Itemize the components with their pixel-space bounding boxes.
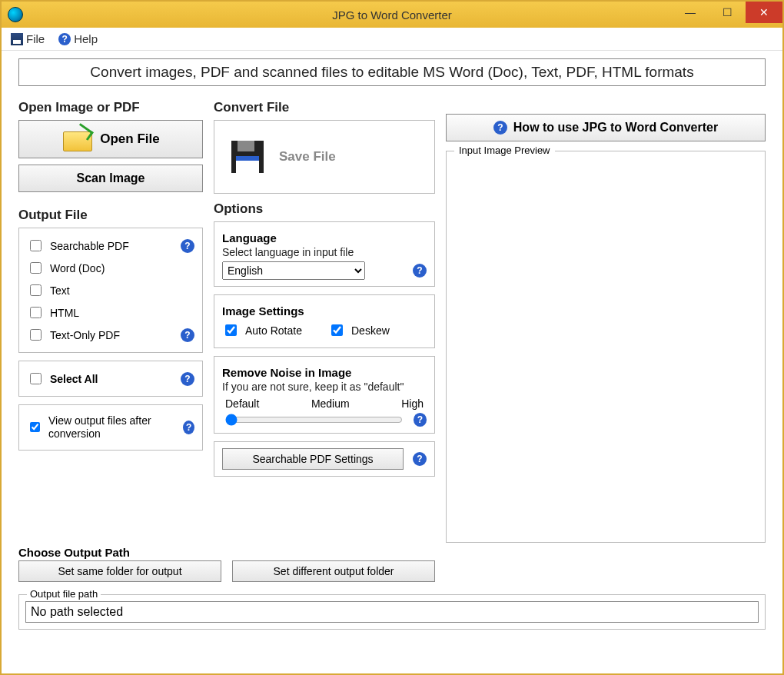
preview-panel: Input Image Preview (446, 151, 766, 543)
searchable-pdf-settings-button[interactable]: Searchable PDF Settings (222, 448, 404, 470)
language-title: Language (222, 231, 427, 244)
scan-image-label: Scan Image (77, 171, 145, 185)
pdfsettings-label: Searchable PDF Settings (252, 453, 373, 465)
open-file-label: Open File (100, 131, 159, 147)
noise-slider[interactable] (225, 414, 403, 426)
output-path-label: Output file path (27, 588, 101, 600)
menu-file[interactable]: File (11, 32, 45, 45)
folder-icon (61, 127, 92, 151)
preview-label: Input Image Preview (454, 145, 555, 156)
label-word: Word (Doc) (50, 262, 105, 274)
help-noise[interactable]: ? (414, 413, 427, 427)
output-section-title: Output File (18, 208, 203, 223)
save-file-label: Save File (279, 149, 336, 165)
open-section-title: Open Image or PDF (18, 100, 203, 115)
language-select[interactable]: English (222, 261, 365, 280)
maximize-button[interactable]: ☐ (709, 2, 746, 23)
menu-help-label: Help (74, 32, 98, 45)
help-icon: ? (493, 121, 507, 135)
same-folder-button[interactable]: Set same folder for output (18, 560, 221, 582)
menu-help[interactable]: ? Help (58, 32, 98, 45)
checkbox-view-after[interactable] (30, 421, 40, 433)
noise-hint: If you are not sure, keep it as "default… (222, 381, 427, 393)
help-select-all[interactable]: ? (181, 372, 194, 386)
label-searchable-pdf: Searchable PDF (50, 240, 129, 252)
help-searchable-pdf[interactable]: ? (181, 239, 194, 253)
open-file-button[interactable]: Open File (18, 120, 203, 158)
label-select-all: Select All (50, 373, 98, 385)
label-html: HTML (50, 307, 79, 319)
titlebar: JPG to Word Converter — ☐ ✕ (2, 2, 782, 28)
label-view-after: View output files after conversion (48, 414, 177, 441)
noise-high: High (401, 397, 424, 410)
language-hint: Select language in input file (222, 246, 427, 258)
checkbox-word[interactable] (30, 262, 42, 274)
help-icon: ? (58, 33, 71, 45)
howto-button[interactable]: ? How to use JPG to Word Converter (446, 114, 766, 141)
checkbox-textonly-pdf[interactable] (30, 329, 42, 341)
minimize-button[interactable]: — (672, 2, 709, 23)
output-path-panel: Output file path No path selected (18, 594, 766, 630)
options-title: Options (214, 201, 435, 217)
noise-title: Remove Noise in Image (222, 366, 427, 379)
checkbox-deskew[interactable] (331, 324, 343, 336)
window-title: JPG to Word Converter (2, 8, 782, 22)
checkbox-select-all[interactable] (30, 373, 42, 384)
diff-folder-label: Set different output folder (274, 565, 394, 577)
image-settings-title: Image Settings (222, 304, 427, 318)
help-language[interactable]: ? (413, 264, 427, 278)
help-textonly-pdf[interactable]: ? (181, 328, 194, 342)
output-path-value: No path selected (25, 601, 759, 623)
label-auto-rotate: Auto Rotate (245, 324, 302, 337)
noise-default: Default (225, 397, 259, 410)
howto-label: How to use JPG to Word Converter (513, 121, 718, 135)
close-button[interactable]: ✕ (746, 2, 782, 23)
banner-text: Convert images, PDF and scanned files to… (18, 58, 766, 86)
help-view-after[interactable]: ? (183, 421, 194, 434)
checkbox-searchable-pdf[interactable] (30, 240, 42, 251)
save-icon (11, 33, 23, 45)
checkbox-text[interactable] (30, 284, 42, 296)
checkbox-html[interactable] (30, 307, 42, 318)
menu-file-label: File (26, 32, 45, 45)
convert-section-title: Convert File (214, 100, 435, 115)
floppy-icon (231, 141, 264, 173)
help-pdfsettings[interactable]: ? (413, 452, 427, 466)
label-textonly-pdf: Text-Only PDF (50, 329, 120, 341)
noise-medium: Medium (311, 397, 350, 410)
label-text: Text (50, 284, 70, 297)
same-folder-label: Set same folder for output (58, 565, 181, 577)
menubar: File ? Help (2, 28, 782, 51)
diff-folder-button[interactable]: Set different output folder (232, 560, 435, 582)
checkbox-auto-rotate[interactable] (225, 324, 237, 336)
scan-image-button[interactable]: Scan Image (18, 165, 203, 192)
choose-path-title: Choose Output Path (18, 546, 435, 559)
label-deskew: Deskew (351, 324, 390, 337)
